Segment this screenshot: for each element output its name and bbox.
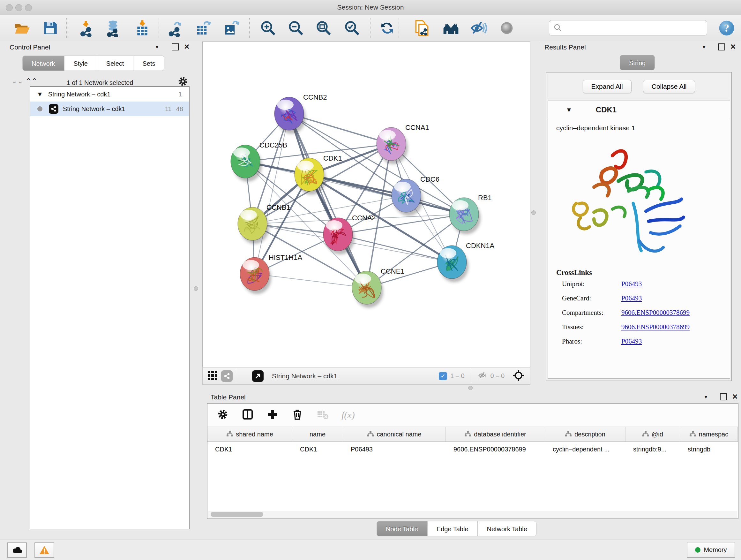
table-cell[interactable]: 9606.ENSP00000378699 (446, 442, 545, 456)
network-node-cdkn1a[interactable] (437, 246, 468, 282)
column-header-namespac[interactable]: namespac (680, 427, 738, 442)
network-edge[interactable] (338, 234, 452, 262)
column-header-canonical-name[interactable]: canonical name (343, 427, 446, 442)
tree-expander-icon[interactable]: ▼ (37, 91, 43, 98)
hide-panel-eye-icon[interactable] (469, 19, 488, 37)
import-network-file-icon[interactable] (77, 19, 96, 37)
network-edge[interactable] (289, 114, 367, 288)
import-table-file-icon[interactable] (133, 19, 151, 37)
network-edge[interactable] (255, 114, 289, 274)
string-home-icon[interactable] (442, 19, 460, 37)
zoom-fit-icon[interactable] (314, 19, 333, 37)
navigator-crosshair-icon[interactable] (512, 369, 525, 383)
network-row[interactable]: String Network – cdk1 11 48 (30, 102, 189, 116)
tab-network-table[interactable]: Network Table (478, 521, 536, 537)
search-input[interactable] (565, 21, 707, 35)
control-panel: Control Panel ▾ ✕ NetworkStyleSelectSets… (3, 41, 189, 540)
crosslink-value-link[interactable]: 9606.ENSP00000378699 (621, 323, 690, 331)
selected-checkbox-icon[interactable]: ✓ (439, 372, 447, 380)
network-node-cdk1[interactable] (294, 158, 326, 195)
network-node-hist1h1a[interactable] (240, 257, 271, 294)
grid-view-icon[interactable] (207, 370, 218, 382)
collapse-all-networks-icon[interactable]: ⌄⌄ (11, 77, 23, 85)
control-panel-float-icon[interactable] (172, 44, 179, 51)
network-node-ccne1[interactable] (352, 271, 383, 308)
table-panel-close-icon[interactable]: ✕ (732, 393, 738, 401)
table-settings-gear-icon[interactable] (217, 409, 228, 422)
control-panel-close-icon[interactable]: ✕ (184, 43, 190, 51)
results-panel-close-icon[interactable]: ✕ (730, 43, 736, 51)
table-cell[interactable]: P06493 (343, 442, 446, 456)
warnings-button[interactable] (35, 543, 54, 558)
import-network-database-icon[interactable] (104, 19, 122, 37)
delete-table-icon[interactable] (317, 408, 329, 422)
column-header-description[interactable]: description (545, 427, 625, 442)
table-h-scrollbar-thumb[interactable] (211, 512, 263, 517)
results-panel-float-icon[interactable] (718, 44, 725, 51)
function-builder-icon[interactable]: f(x) (341, 410, 355, 421)
open-external-icon[interactable] (252, 370, 264, 382)
memory-button[interactable]: Memory (687, 542, 735, 558)
table-cell[interactable]: stringdb (680, 442, 738, 456)
export-image-icon[interactable] (222, 19, 240, 37)
left-splitter-handle[interactable] (194, 287, 198, 291)
network-collection-row[interactable]: ▼ String Network – cdk1 1 (30, 87, 189, 102)
tab-string[interactable]: String (620, 55, 655, 70)
zoom-selected-icon[interactable] (343, 19, 361, 37)
delete-column-trash-icon[interactable] (292, 409, 303, 422)
zoom-out-icon[interactable] (286, 19, 305, 37)
column-header--id[interactable]: @id (625, 427, 680, 442)
tab-sets[interactable]: Sets (133, 56, 164, 71)
tab-select[interactable]: Select (97, 56, 133, 71)
column-header-shared-name[interactable]: shared name (207, 427, 292, 442)
open-session-icon[interactable] (13, 19, 31, 37)
network-canvas[interactable]: CCNB2CCNA1CDC25BCDK1CDC6RB1CCNB1CCNA2CDK… (202, 42, 530, 367)
crosslink-value-link[interactable]: P06493 (621, 280, 642, 288)
table-cell[interactable]: cyclin–dependent ... (545, 442, 625, 456)
bottom-splitter-handle[interactable] (468, 386, 473, 390)
expand-all-button[interactable]: Expand All (583, 80, 631, 93)
network-node-cdc6[interactable] (392, 179, 423, 216)
table-cell[interactable]: stringdb:9... (625, 442, 680, 456)
birds-eye-share-icon[interactable] (221, 370, 232, 382)
collapse-all-button[interactable]: Collapse All (643, 80, 695, 93)
export-table-icon[interactable] (194, 19, 212, 37)
control-panel-collapse-icon[interactable]: ▾ (156, 44, 158, 50)
network-node-ccna2[interactable] (323, 218, 354, 254)
tab-edge-table[interactable]: Edge Table (427, 521, 478, 537)
create-column-plus-icon[interactable] (267, 409, 278, 422)
tab-style[interactable]: Style (64, 56, 97, 71)
network-node-ccnb2[interactable] (274, 97, 306, 134)
results-panel-collapse-icon[interactable]: ▾ (703, 44, 705, 50)
network-tree: ▼ String Network – cdk1 1 String Network… (30, 86, 190, 530)
table-panel-float-icon[interactable] (720, 393, 727, 400)
column-header-name[interactable]: name (292, 427, 343, 442)
tab-network[interactable]: Network (22, 56, 64, 71)
table-cell[interactable]: CDK1 (207, 442, 292, 456)
string-document-icon[interactable] (413, 19, 431, 37)
hidden-eye-icon[interactable] (478, 371, 487, 381)
tab-node-table[interactable]: Node Table (377, 521, 427, 537)
cloud-button[interactable] (7, 543, 27, 558)
entry-expander-icon[interactable]: ▼ (566, 106, 572, 114)
network-edge[interactable] (255, 274, 367, 288)
table-tabs: Node TableEdge TableNetwork Table (377, 521, 536, 537)
right-splitter-handle[interactable] (531, 210, 536, 215)
crosslink-value-link[interactable]: P06493 (621, 294, 642, 302)
network-node-rb1[interactable] (449, 198, 481, 234)
zoom-in-icon[interactable] (259, 19, 277, 37)
table-panel-collapse-icon[interactable]: ▾ (704, 394, 707, 400)
table-cell[interactable]: CDK1 (292, 442, 343, 456)
show-panel-eye-icon[interactable] (497, 19, 516, 37)
refresh-icon[interactable] (378, 19, 396, 37)
crosslink-value-link[interactable]: 9606.ENSP00000378699 (621, 309, 690, 317)
network-node-ccna1[interactable] (377, 127, 408, 164)
help-icon[interactable]: ? (718, 19, 736, 37)
save-session-icon[interactable] (41, 19, 59, 37)
network-node-cdc25b[interactable] (231, 145, 262, 182)
network-edge[interactable] (309, 175, 464, 214)
column-header-database-identifier[interactable]: database identifier (446, 427, 545, 442)
show-columns-icon[interactable] (242, 409, 253, 422)
crosslink-value-link[interactable]: P06493 (621, 337, 642, 346)
export-network-icon[interactable] (166, 19, 185, 37)
